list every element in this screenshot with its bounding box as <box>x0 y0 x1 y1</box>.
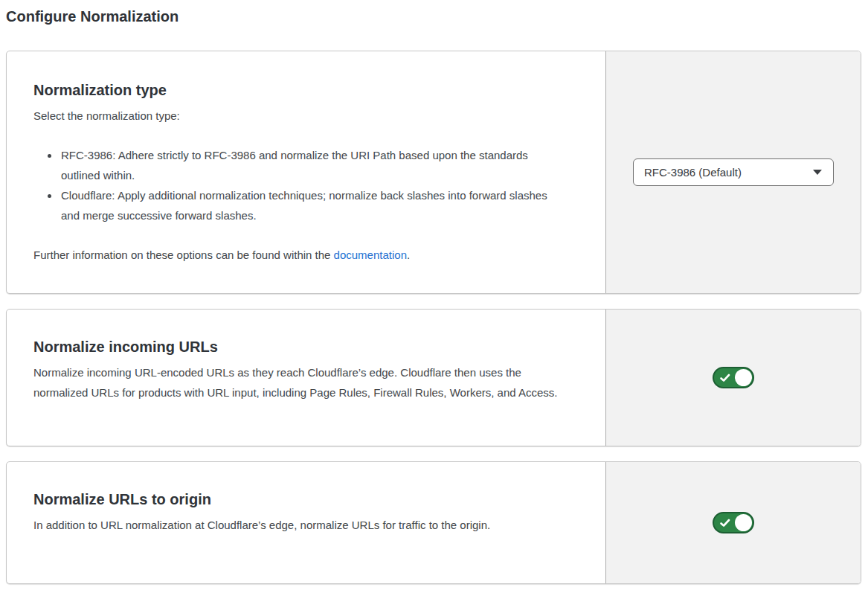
toggle-knob <box>735 369 752 386</box>
normalization-type-select[interactable]: RFC-3986 (Default) <box>633 158 834 186</box>
checkmark-icon <box>720 519 730 528</box>
card-normalize-urls-to-origin-panel <box>605 462 861 583</box>
card-normalization-type-content: Normalization type Select the normalizat… <box>7 51 605 293</box>
normalize-urls-to-origin-toggle[interactable] <box>713 512 754 533</box>
configure-normalization-page: Configure Normalization Normalization ty… <box>0 0 868 593</box>
footer-suffix: . <box>407 249 410 261</box>
checkmark-icon <box>720 374 730 382</box>
card-heading: Normalize incoming URLs <box>33 336 576 357</box>
documentation-link[interactable]: documentation <box>334 249 407 261</box>
normalize-incoming-urls-toggle[interactable] <box>713 367 754 388</box>
card-normalize-incoming-urls: Normalize incoming URLs Normalize incomi… <box>6 309 861 446</box>
list-item-rfc-3986: RFC-3986: Adhere strictly to RFC-3986 an… <box>60 145 563 185</box>
footer-prefix: Further information on these options can… <box>33 249 334 261</box>
normalization-type-intro: Select the normalization type: <box>33 106 576 126</box>
card-normalize-urls-to-origin: Normalize URLs to origin In addition to … <box>6 461 861 584</box>
normalization-type-options-list: RFC-3986: Adhere strictly to RFC-3986 an… <box>33 145 563 225</box>
card-normalize-incoming-urls-content: Normalize incoming URLs Normalize incomi… <box>7 310 605 446</box>
card-normalization-type-panel: RFC-3986 (Default) <box>605 51 861 293</box>
page-title: Configure Normalization <box>6 7 861 26</box>
card-normalization-type: Normalization type Select the normalizat… <box>6 51 861 294</box>
normalize-urls-to-origin-description: In addition to URL normalization at Clou… <box>33 515 576 535</box>
list-item-cloudflare: Cloudflare: Apply additional normalizati… <box>60 185 563 225</box>
card-heading: Normalize URLs to origin <box>33 489 576 510</box>
card-heading: Normalization type <box>33 80 576 100</box>
further-information-text: Further information on these options can… <box>33 245 576 265</box>
card-normalize-incoming-urls-panel <box>605 310 861 446</box>
toggle-knob <box>735 514 752 531</box>
chevron-down-icon <box>813 170 822 175</box>
card-normalize-urls-to-origin-content: Normalize URLs to origin In addition to … <box>7 462 605 583</box>
normalize-incoming-urls-description: Normalize incoming URL-encoded URLs as t… <box>33 362 576 403</box>
select-value: RFC-3986 (Default) <box>644 166 742 179</box>
